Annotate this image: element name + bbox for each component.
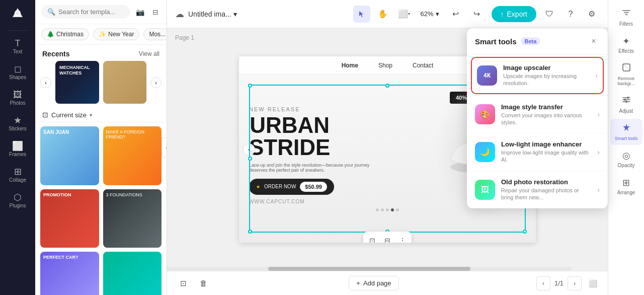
fullscreen-button[interactable]: ⬜ — [586, 276, 600, 290]
stp-item-old-photo[interactable]: 🖼 Old photo restoration Repair your dama… — [467, 171, 608, 209]
filters-icon — [622, 8, 631, 20]
tool-label-plugins: Plugins — [10, 203, 26, 208]
template-thumb-foreign[interactable]: MAKE A FOREIGN FRIEND? — [103, 126, 162, 185]
text-icon: T — [15, 39, 21, 48]
rp-item-adjust[interactable]: Adjust — [610, 91, 642, 118]
export-button[interactable]: ↑ Export — [492, 6, 536, 22]
help-button[interactable]: ? — [562, 6, 579, 22]
rp-item-smart-tools[interactable]: Smart tools — [610, 119, 642, 145]
adjust-icon — [622, 95, 631, 107]
chevron-down-icon: ▾ — [90, 112, 92, 118]
tag-most[interactable]: Mos... — [143, 28, 167, 40]
low-light-chevron-icon: › — [597, 148, 600, 156]
template-thumb-sanjuan[interactable]: SAN JUAN — [40, 126, 99, 185]
zoom-control[interactable]: 62% ▾ — [417, 8, 443, 20]
rp-item-filters[interactable]: Filters — [610, 4, 642, 31]
template-thumb-promotion[interactable]: PROMOTION — [40, 189, 99, 248]
rp-label-filters: Filters — [619, 21, 633, 27]
rp-label-effects: Effects — [618, 48, 633, 54]
add-page-button[interactable]: + Add page — [349, 276, 398, 290]
tool-item-collage[interactable]: ⊞ Collage — [3, 163, 33, 187]
tool-item-text[interactable]: T Text — [3, 35, 33, 58]
upscaler-icon: 4K — [477, 65, 497, 86]
canvas-prev-arrow[interactable]: ‹ — [243, 143, 255, 156]
carousel-next[interactable]: › — [150, 77, 162, 88]
size-selector[interactable]: ⊡ Current size ▾ — [35, 108, 167, 122]
next-page-button[interactable]: › — [568, 276, 582, 290]
rp-label-opacity: Opacity — [618, 163, 635, 168]
tool-item-photos[interactable]: 🖼 Photos — [3, 86, 33, 110]
arrange-icon: ⊞ — [622, 177, 630, 188]
delete-button[interactable]: 🗑 — [195, 275, 211, 291]
rp-label-remove-bg: Remove backgr... — [613, 76, 639, 86]
stp-item-style-transfer[interactable]: 🎨 Image style transfer Convert your imag… — [467, 96, 608, 134]
style-transfer-desc: Convert your images into various styles. — [501, 112, 591, 126]
stp-title-row: Smart tools Beta — [475, 37, 540, 46]
carousel-item-2[interactable] — [103, 61, 147, 104]
template-grid-inner: SAN JUAN MAKE A FOREIGN FRIEND? PROMOTIO… — [40, 126, 162, 295]
template-thumb-foundations[interactable]: 3 FOUNDATIONS — [103, 189, 162, 248]
camera-search-button[interactable]: 📷 — [134, 6, 146, 18]
app-logo[interactable] — [9, 4, 27, 22]
dot-1 — [376, 208, 379, 211]
tag-newyear[interactable]: ✨ New Year — [93, 28, 139, 40]
cloud-save-icon: ☁ — [175, 9, 184, 20]
remove-bg-icon — [622, 63, 631, 75]
rp-item-remove-bg[interactable]: Remove backgr... — [610, 59, 642, 90]
bottom-bar-center: + Add page — [217, 276, 530, 290]
panel-collapse-button[interactable]: ‹ — [162, 137, 167, 158]
rp-item-arrange[interactable]: ⊞ Arrange — [610, 173, 642, 199]
tool-item-stickers[interactable]: ★ Stickers — [3, 112, 33, 135]
canvas-scrollbar[interactable] — [167, 267, 572, 271]
crop-tool-button[interactable]: ⬜ ▾ — [395, 6, 413, 23]
carousel-item-1[interactable]: MECHANICALWATCHES — [55, 61, 99, 104]
canvas-description: Lace-up and join the style revolution—be… — [249, 163, 380, 173]
canvas-scrollbar-thumb[interactable] — [268, 267, 470, 271]
tag-christmas[interactable]: 🌲 Christmas — [41, 28, 89, 40]
tag-christmas-label: Christmas — [56, 31, 84, 38]
template-thumb-car[interactable]: PERFECT CAR? — [40, 252, 99, 295]
stp-close-button[interactable]: × — [588, 35, 600, 47]
view-all-link[interactable]: View all — [139, 50, 159, 57]
rp-item-effects[interactable]: ✦ Effects — [610, 32, 642, 58]
shapes-icon: ◻ — [14, 64, 22, 73]
photos-icon: 🖼 — [13, 90, 22, 99]
tool-item-frames[interactable]: ⬜ Frames — [3, 137, 33, 161]
shield-icon-button[interactable]: 🛡 — [541, 6, 557, 22]
stp-item-low-light[interactable]: 🌙 Low-light image enhancer Improve low-l… — [467, 133, 608, 171]
add-page-label: Add page — [363, 279, 391, 287]
left-panel: 🔍 📷 ⊟ 🌲 Christmas ✨ New Year Mos... Rece… — [35, 0, 167, 295]
settings-button[interactable]: ⚙ — [584, 6, 600, 22]
frames-icon: ⬜ — [12, 141, 23, 151]
canvas-price: $50.99 — [300, 182, 327, 192]
carousel-prev[interactable]: ‹ — [40, 77, 51, 88]
tool-label-collage: Collage — [9, 177, 26, 183]
canvas-nav-shop: Shop — [378, 62, 392, 69]
hand-tool-button[interactable]: ✋ — [374, 6, 391, 23]
old-photo-title: Old photo restoration — [501, 178, 591, 186]
tool-item-shapes[interactable]: ◻ Shapes — [3, 60, 33, 84]
filter-button[interactable]: ⊟ — [150, 6, 160, 18]
tags-row: 🌲 Christmas ✨ New Year Mos... — [35, 24, 167, 45]
low-light-text: Low-light image enhancer Improve low-lig… — [501, 140, 591, 164]
stp-item-image-upscaler[interactable]: 4K Image upscaler Upscale images by incr… — [471, 57, 604, 94]
upscaler-title: Image upscaler — [503, 64, 589, 71]
select-tool-button[interactable] — [353, 6, 370, 23]
canvas-subtitle: NEW RELEASE — [249, 106, 300, 112]
effects-icon: ✦ — [622, 36, 630, 47]
page-label: Page 1 — [175, 34, 194, 41]
size-selector-label: Current size — [51, 111, 87, 119]
file-name[interactable]: Untitled ima... ▾ — [188, 10, 237, 18]
slide-panel-button[interactable]: ⊡ — [175, 275, 191, 291]
canvas-cta: ★ ORDER NOW $50.99 — [249, 179, 334, 195]
prev-page-button[interactable]: ‹ — [536, 276, 550, 290]
redo-button[interactable]: ↪ — [468, 6, 486, 23]
undo-button[interactable]: ↩ — [447, 6, 464, 23]
search-input[interactable] — [58, 8, 124, 16]
rp-item-opacity[interactable]: ◎ Opacity — [610, 146, 642, 172]
template-thumb-blue[interactable] — [103, 252, 162, 295]
canvas-nav-home: Home — [342, 62, 358, 69]
search-input-wrap[interactable]: 🔍 — [41, 5, 130, 19]
tool-item-plugins[interactable]: ⬡ Plugins — [3, 189, 33, 212]
export-label: Export — [507, 10, 527, 18]
